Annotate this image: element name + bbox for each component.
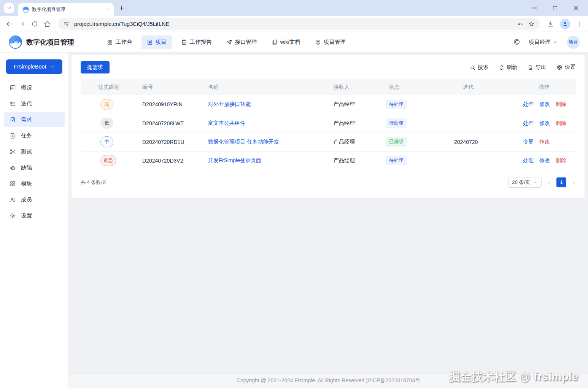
chevron-down-icon (50, 64, 55, 69)
chevron-down-icon (553, 40, 558, 45)
row-action-link[interactable]: 修改 (539, 120, 550, 126)
site-favicon (22, 6, 29, 13)
receiver-cell: 产品经理 (328, 133, 381, 151)
window-maximize-button[interactable] (553, 6, 557, 10)
module-icon (10, 180, 16, 187)
iteration-cell (450, 95, 518, 114)
row-action-link[interactable]: 处理 (523, 120, 534, 126)
column-header: 接收人 (328, 79, 381, 95)
settings-action-button[interactable]: 设置 (556, 64, 575, 71)
next-page-button[interactable]: › (572, 179, 575, 185)
project-selector-button[interactable]: FrsimpleBoot (6, 59, 62, 74)
window-minimize-button[interactable] (532, 8, 537, 8)
sidebar-item-defect[interactable]: 缺陷 (4, 160, 65, 175)
sidebar-item-requirement[interactable]: 需求 (4, 112, 65, 127)
sidebar-item-task[interactable]: 任务 (4, 128, 65, 143)
site-settings-icon[interactable] (63, 21, 70, 27)
receiver-cell: 产品经理 (328, 114, 381, 133)
sidebar-item-iteration[interactable]: 迭代 (4, 96, 65, 111)
app-logo (8, 35, 22, 49)
reload-icon[interactable] (31, 21, 38, 27)
action-label: 搜索 (478, 64, 488, 71)
app-body: FrsimpleBoot 概况迭代需求任务测试缺陷模块成员设置 提需求 搜索刷新… (0, 53, 588, 388)
new-tab-button[interactable] (118, 5, 125, 11)
home-icon[interactable] (43, 20, 51, 28)
sidebar-item-overview[interactable]: 概况 (4, 80, 65, 95)
row-action-link[interactable]: 变更 (523, 139, 534, 145)
requirement-name-link[interactable]: 对外开放接口功能 (208, 101, 251, 107)
column-header: 优先级别 (81, 79, 138, 95)
row-action-link[interactable]: 删除 (556, 120, 566, 126)
window-close-button[interactable] (573, 5, 579, 11)
sidebar: FrsimpleBoot 概况迭代需求任务测试缺陷模块成员设置 (0, 53, 69, 388)
row-action-link[interactable]: 删除 (556, 157, 566, 163)
refresh-action-button[interactable]: 刷新 (499, 64, 517, 71)
bookmark-star-icon[interactable] (528, 21, 535, 27)
task-icon (10, 133, 16, 139)
password-key-icon[interactable] (517, 21, 523, 27)
browser-profile-avatar[interactable] (560, 19, 571, 29)
browser-tab[interactable]: 数字化项目管理 (18, 3, 114, 16)
row-action-link[interactable]: 修改 (539, 157, 550, 163)
sidebar-item-settings[interactable]: 设置 (4, 208, 65, 223)
gear-icon (10, 212, 16, 219)
nav-item-wiki-docs[interactable]: wiki文档 (266, 35, 306, 49)
row-action-link[interactable]: 作废 (539, 139, 550, 145)
table-row: 紧急D20240720D3V2开发FrSimple登录页面产品经理待处理处理修改… (81, 151, 576, 170)
nav-item-workbench[interactable]: 工作台 (102, 35, 138, 49)
page-size-select[interactable]: 20 条/页 (508, 177, 542, 188)
add-requirement-button[interactable]: 提需求 (81, 61, 110, 73)
downloads-icon[interactable] (547, 20, 555, 28)
row-action-link[interactable]: 删除 (556, 101, 566, 107)
nav-item-work-report[interactable]: 工作报告 (176, 35, 217, 49)
requirement-code: D20240910YRIN (138, 95, 202, 114)
forward-icon[interactable] (18, 20, 26, 28)
user-avatar[interactable]: 项目 (567, 36, 580, 49)
status-badge: 待处理 (386, 156, 407, 165)
priority-badge: 紧急 (100, 155, 116, 166)
back-icon[interactable] (5, 20, 13, 28)
priority-badge: 中 (100, 136, 113, 147)
copyright-icon[interactable]: © (514, 38, 520, 46)
requirement-icon (10, 117, 16, 123)
user-role-dropdown[interactable]: 项目经理 (529, 38, 558, 46)
watermark-text: 掘金技术社区 @ frsimple (449, 369, 578, 385)
address-bar[interactable]: project.frsimple.cn/Tug3CiQ4/J5LifLNE (58, 18, 540, 30)
nav-item-project-management[interactable]: 项目管理 (310, 35, 351, 49)
person-icon (562, 21, 569, 27)
requirement-name-link[interactable]: 开发FrSimple登录页面 (208, 157, 261, 163)
tab-close-icon[interactable] (105, 7, 111, 12)
prev-page-button[interactable]: ‹ (547, 179, 551, 185)
receiver-cell: 产品经理 (328, 95, 381, 114)
row-action-link[interactable]: 修改 (539, 101, 550, 107)
search-icon (470, 65, 475, 70)
requirement-name-link[interactable]: 数据化管理项目-任务功能开发 (208, 139, 279, 145)
export-action-button[interactable]: 导出 (528, 64, 546, 71)
status-badge: 已排版 (386, 137, 407, 147)
tab-search-chevron-button[interactable] (4, 3, 14, 13)
nav-item-label: wiki文档 (280, 38, 300, 46)
row-action-link[interactable]: 处理 (523, 157, 534, 163)
nav-item-project[interactable]: 项目 (141, 35, 172, 49)
sidebar-item-test[interactable]: 测试 (4, 144, 65, 159)
sidebar-item-member[interactable]: 成员 (4, 192, 65, 207)
action-label: 刷新 (507, 64, 517, 71)
nav-item-api-management[interactable]: 接口管理 (221, 35, 262, 49)
sidebar-item-label: 缺陷 (21, 164, 32, 171)
sidebar-menu: 概况迭代需求任务测试缺陷模块成员设置 (0, 80, 68, 223)
members-icon (10, 196, 16, 203)
requirement-code: D20240720RD1U (138, 133, 202, 151)
current-page-button[interactable]: 1 (556, 177, 566, 187)
browser-menu-icon[interactable] (576, 21, 583, 27)
nav-item-label: 项目 (156, 38, 167, 46)
nav-item-label: 工作台 (116, 38, 132, 46)
overview-icon (10, 85, 16, 91)
search-action-button[interactable]: 搜索 (470, 64, 488, 71)
requirement-name-link[interactable]: 富文本公共组件 (208, 120, 245, 126)
table-row: 低D202407208LWT富文本公共组件产品经理待处理处理修改删除 (81, 114, 576, 133)
copyright-text: Copyright @ 2021-2024 Frsimple. All Righ… (237, 377, 420, 384)
row-action-link[interactable]: 处理 (523, 101, 534, 107)
sidebar-item-module[interactable]: 模块 (4, 176, 65, 191)
priority-badge: 高 (100, 99, 113, 110)
chevron-down-icon (6, 5, 12, 11)
